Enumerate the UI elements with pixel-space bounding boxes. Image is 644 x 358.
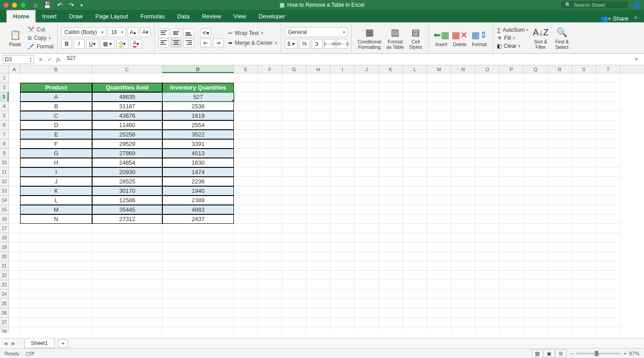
cell-O18[interactable]: [475, 233, 500, 243]
cell-F7[interactable]: [258, 130, 282, 139]
tab-data[interactable]: Data: [171, 10, 195, 22]
cell-O16[interactable]: [475, 214, 500, 224]
cell-B26[interactable]: [20, 308, 92, 318]
cell-S5[interactable]: [572, 111, 596, 120]
view-normal[interactable]: ▦: [532, 349, 543, 358]
cell-N1[interactable]: [451, 73, 475, 83]
column-header-S[interactable]: S: [572, 65, 596, 73]
cell-S21[interactable]: [572, 261, 596, 271]
tab-developer[interactable]: Developer: [252, 10, 291, 22]
cell-Q17[interactable]: [524, 224, 548, 233]
cell-N12[interactable]: [451, 177, 475, 186]
cancel-formula-icon[interactable]: ✕: [38, 56, 43, 63]
cell-T20[interactable]: [596, 252, 620, 261]
cell-H7[interactable]: [306, 130, 330, 139]
clear-button[interactable]: ◧Clear: [497, 43, 529, 50]
tab-review[interactable]: Review: [196, 10, 228, 22]
cell-K8[interactable]: [379, 139, 403, 149]
cell-Q11[interactable]: [524, 167, 548, 177]
cell-P17[interactable]: [500, 224, 524, 233]
cell-S8[interactable]: [572, 139, 596, 149]
cell-H11[interactable]: [306, 167, 330, 177]
cell-L21[interactable]: [403, 261, 427, 271]
cell-Q7[interactable]: [524, 130, 548, 139]
align-bottom[interactable]: [183, 29, 194, 38]
font-color-button[interactable]: A ▾: [130, 39, 142, 49]
cell-S17[interactable]: [572, 224, 596, 233]
underline-button[interactable]: U ▾: [86, 39, 98, 49]
cell-C16[interactable]: 27312: [92, 214, 162, 224]
cell-A6[interactable]: [9, 120, 20, 130]
cell-E20[interactable]: [234, 252, 258, 261]
cell-R7[interactable]: [548, 130, 572, 139]
row-header-14[interactable]: 14: [0, 196, 8, 205]
cell-E8[interactable]: [234, 139, 258, 149]
cell-H5[interactable]: [306, 111, 330, 120]
cell-K5[interactable]: [379, 111, 403, 120]
cell-P23[interactable]: [500, 280, 524, 290]
cell-T6[interactable]: [596, 120, 620, 130]
cell-Q22[interactable]: [524, 271, 548, 280]
copy-button[interactable]: ⧉Copy: [28, 34, 54, 42]
cell-E28[interactable]: [234, 327, 258, 333]
cell-F10[interactable]: [258, 158, 282, 167]
cell-K14[interactable]: [379, 196, 403, 205]
cell-E21[interactable]: [234, 261, 258, 271]
cell-T19[interactable]: [596, 243, 620, 252]
cell-M9[interactable]: [427, 149, 451, 158]
cell-C4[interactable]: 31187: [92, 102, 162, 111]
cell-F3[interactable]: [258, 92, 282, 102]
cell-T14[interactable]: [596, 196, 620, 205]
cell-C1[interactable]: [92, 73, 162, 83]
borders-button[interactable]: ▦ ▾: [100, 39, 114, 49]
cell-C8[interactable]: 29529: [92, 139, 162, 149]
cell-N8[interactable]: [451, 139, 475, 149]
cell-M12[interactable]: [427, 177, 451, 186]
cells-area[interactable]: ProductQuantities SoldInventory Quantiti…: [9, 73, 620, 333]
cell-P16[interactable]: [500, 214, 524, 224]
cell-D6[interactable]: 2554: [162, 120, 234, 130]
cell-K19[interactable]: [379, 243, 403, 252]
row-header-9[interactable]: 9: [0, 149, 8, 158]
cell-D20[interactable]: [162, 252, 234, 261]
sort-filter-button[interactable]: A↓ZSort & Filter: [531, 25, 550, 51]
cell-J24[interactable]: [355, 290, 379, 299]
cell-F25[interactable]: [258, 299, 282, 308]
cell-J10[interactable]: [355, 158, 379, 167]
cell-C3[interactable]: 49635: [92, 92, 162, 102]
cell-B11[interactable]: I: [20, 167, 92, 177]
cell-G13[interactable]: [282, 186, 306, 196]
cell-A5[interactable]: [9, 111, 20, 120]
cell-G21[interactable]: [282, 261, 306, 271]
cell-B22[interactable]: [20, 271, 92, 280]
cell-F23[interactable]: [258, 280, 282, 290]
row-header-18[interactable]: 18: [0, 233, 8, 243]
view-page-layout[interactable]: ▣: [544, 349, 555, 358]
cell-P19[interactable]: [500, 243, 524, 252]
cell-B3[interactable]: A: [20, 92, 92, 102]
cell-O26[interactable]: [475, 308, 500, 318]
cell-M2[interactable]: [427, 83, 451, 92]
cell-C22[interactable]: [92, 271, 162, 280]
cell-B6[interactable]: D: [20, 120, 92, 130]
cell-D3[interactable]: 527: [162, 92, 234, 102]
tab-view[interactable]: View: [227, 10, 252, 22]
cell-M14[interactable]: [427, 196, 451, 205]
cell-K4[interactable]: [379, 102, 403, 111]
cell-M11[interactable]: [427, 167, 451, 177]
cell-O21[interactable]: [475, 261, 500, 271]
cell-B8[interactable]: F: [20, 139, 92, 149]
cell-C17[interactable]: [92, 224, 162, 233]
find-select-button[interactable]: 🔍Find & Select: [553, 25, 572, 51]
cell-R3[interactable]: [548, 92, 572, 102]
cell-R28[interactable]: [548, 327, 572, 333]
cell-H16[interactable]: [306, 214, 330, 224]
column-header-T[interactable]: T: [596, 65, 620, 73]
cell-T11[interactable]: [596, 167, 620, 177]
cell-A23[interactable]: [9, 280, 20, 290]
cell-K11[interactable]: [379, 167, 403, 177]
cell-P12[interactable]: [500, 177, 524, 186]
cell-K21[interactable]: [379, 261, 403, 271]
cell-N9[interactable]: [451, 149, 475, 158]
row-header-2[interactable]: 2: [0, 83, 8, 92]
